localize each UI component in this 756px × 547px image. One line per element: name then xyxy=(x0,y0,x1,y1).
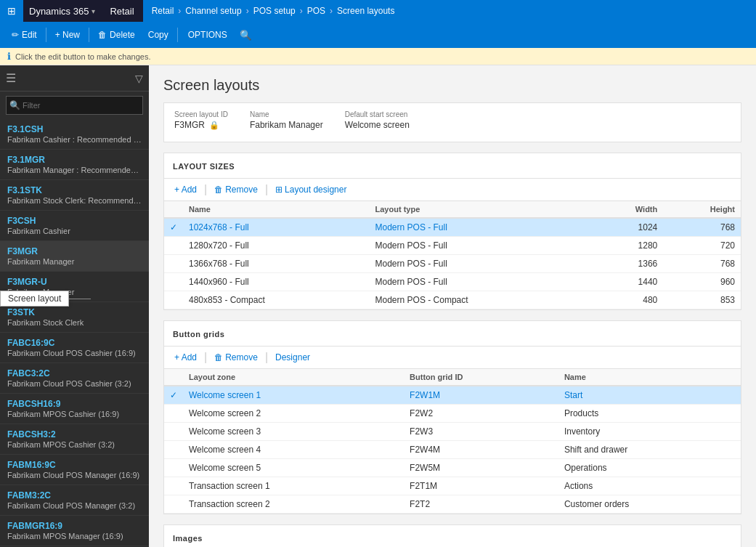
filter-icon[interactable]: ▽ xyxy=(135,73,143,84)
sidebar-item[interactable]: F3.1MGR Fabrikam Manager : Recommended P… xyxy=(0,150,149,180)
table-row[interactable]: Welcome screen 2 F2W2 Products xyxy=(164,405,741,423)
button-grids-section: Button grids + Add | 🗑 Remove | Designer xyxy=(163,320,741,514)
layout-designer-label: Layout designer xyxy=(285,185,346,195)
row-layout-type: Modern POS - Full xyxy=(370,273,592,291)
table-row[interactable]: Transaction screen 2 F2T2 Customer order… xyxy=(164,495,741,514)
sidebar-item[interactable]: FABMGR16:9 Fabrikam MPOS Manager (16:9) xyxy=(0,516,149,546)
divider3 xyxy=(177,28,178,42)
table-row[interactable]: 1280x720 - Full Modern POS - Full 1280 7… xyxy=(164,237,741,255)
options-button[interactable]: OPTIONS xyxy=(181,25,235,45)
sidebar-item[interactable]: FABC3:2C Fabrikam Cloud POS Cashier (3:2… xyxy=(0,363,149,394)
col-name: Name xyxy=(183,201,370,218)
hamburger-icon[interactable]: ☰ xyxy=(6,71,16,85)
main-toolbar: ✏ Edit + New 🗑 Delete Copy OPTIONS 🔍 xyxy=(0,22,756,48)
row-layout-type: Modern POS - Compact xyxy=(370,291,592,309)
record-header: Screen layout ID F3MGR 🔒 Name Fabrikam M… xyxy=(163,102,741,142)
row-layout-type: Modern POS - Full xyxy=(370,237,592,255)
row-name: 1440x960 - Full xyxy=(183,273,370,291)
app-logo[interactable]: ⊞ xyxy=(0,0,23,22)
table-row[interactable]: ✓ 1024x768 - Full Modern POS - Full 1024… xyxy=(164,218,741,237)
row-gridid: F2T2 xyxy=(404,495,558,514)
table-row[interactable]: 1366x768 - Full Modern POS - Full 1366 7… xyxy=(164,255,741,273)
row-gridid: F2W5M xyxy=(404,459,558,477)
bg-col-name: Name xyxy=(558,369,741,386)
row-gridid: F2W3 xyxy=(404,423,558,441)
layout-toolbar-sep2: | xyxy=(265,183,268,196)
copy-button[interactable]: Copy xyxy=(142,25,174,45)
table-row[interactable]: Welcome screen 4 F2W4M Shift and drawer xyxy=(164,441,741,459)
sidebar-item-code: FABM16:9C xyxy=(7,460,142,470)
module-name[interactable]: Retail xyxy=(101,6,142,17)
bg-col-zone: Layout zone xyxy=(183,369,404,386)
sidebar-header: ☰ ▽ xyxy=(0,65,149,92)
sep1: › xyxy=(178,6,181,16)
sidebar-item[interactable]: F3MGR Fabrikam Manager xyxy=(0,241,149,272)
sidebar-item[interactable]: F3.1CSH Fabrikam Cashier : Recommended P… xyxy=(0,119,149,150)
bg-remove-button[interactable]: 🗑 Remove xyxy=(211,351,261,364)
sidebar-item[interactable]: FABCSH3:2 Fabrikam MPOS Cashier (3:2) xyxy=(0,424,149,455)
table-row[interactable]: Transaction screen 1 F2T1M Actions xyxy=(164,477,741,495)
row-name: Products xyxy=(558,405,741,423)
new-button[interactable]: + New xyxy=(49,25,86,45)
sidebar-item-code: F3.1STK xyxy=(7,185,142,195)
row-check xyxy=(164,495,183,514)
sidebar-item-code: F3.1MGR xyxy=(7,155,142,165)
sidebar-item[interactable]: F3CSH Fabrikam Cashier xyxy=(0,211,149,241)
sidebar-item[interactable]: FABCSH16:9 Fabrikam MPOS Cashier (16:9) xyxy=(0,394,149,424)
layout-add-button[interactable]: + Add xyxy=(171,183,200,196)
table-row[interactable]: 1440x960 - Full Modern POS - Full 1440 9… xyxy=(164,273,741,291)
table-row[interactable]: Welcome screen 5 F2W5M Operations xyxy=(164,459,741,477)
page-title: Screen layouts xyxy=(163,77,741,94)
bg-header-row: Layout zone Button grid ID Name xyxy=(164,369,741,386)
sidebar-item[interactable]: F3MGR-U Fabrikam Manager xyxy=(0,272,149,302)
row-check xyxy=(164,459,183,477)
button-grids-toolbar: + Add | 🗑 Remove | Designer xyxy=(164,347,741,369)
sep2: › xyxy=(246,6,249,16)
start-screen-value: Welcome screen xyxy=(345,120,410,130)
sidebar-item-name: Fabrikam Manager xyxy=(7,288,142,296)
sidebar-item-code: F3CSH xyxy=(7,216,142,226)
row-height: 720 xyxy=(663,237,741,255)
app-name-section[interactable]: Dynamics 365 ▾ xyxy=(23,6,101,17)
bg-designer-button[interactable]: Designer xyxy=(272,351,313,364)
sidebar-item[interactable]: FABM16:9C Fabrikam Cloud POS Manager (16… xyxy=(0,455,149,485)
name-label: Name xyxy=(250,110,323,118)
row-name: Actions xyxy=(558,477,741,495)
sidebar-item[interactable]: FABC16:9C Fabrikam Cloud POS Cashier (16… xyxy=(0,333,149,363)
sidebar-item[interactable]: FABM3:2C Fabrikam Cloud POS Manager (3:2… xyxy=(0,485,149,516)
table-row[interactable]: Welcome screen 3 F2W3 Inventory xyxy=(164,423,741,441)
options-label: OPTIONS xyxy=(188,30,227,40)
row-check xyxy=(164,237,183,255)
row-gridid: F2W1M xyxy=(404,386,558,405)
sidebar-item[interactable]: F3STK Fabrikam Stock Clerk xyxy=(0,302,149,333)
col-height: Height xyxy=(663,201,741,218)
table-row[interactable]: 480x853 - Compact Modern POS - Compact 4… xyxy=(164,291,741,309)
sidebar-item-name: Fabrikam Cloud POS Cashier (16:9) xyxy=(7,349,142,357)
table-row[interactable]: ✓ Welcome screen 1 F2W1M Start xyxy=(164,386,741,405)
row-name: 1280x720 - Full xyxy=(183,237,370,255)
layout-sizes-header-row: Name Layout type Width Height xyxy=(164,201,741,218)
bg-add-button[interactable]: + Add xyxy=(171,351,200,364)
row-zone: Transaction screen 2 xyxy=(183,495,404,514)
sidebar-filter-input[interactable] xyxy=(6,96,143,115)
edit-label: Edit xyxy=(22,30,37,40)
edit-icon: ✏ xyxy=(12,30,19,40)
layout-remove-button[interactable]: 🗑 Remove xyxy=(211,183,261,196)
layout-remove-label: Remove xyxy=(225,185,258,195)
sidebar-item-code: FABMGR16:9 xyxy=(7,521,142,531)
row-zone: Welcome screen 5 xyxy=(183,459,404,477)
layout-designer-button[interactable]: ⊞ Layout designer xyxy=(272,183,349,196)
sidebar-item[interactable]: F3.1STK Fabrikam Stock Clerk: Recommende… xyxy=(0,180,149,211)
sidebar-item-code: FABC3:2C xyxy=(7,368,142,378)
sidebar-item-code: FABCSH16:9 xyxy=(7,399,142,409)
app-chevron-icon: ▾ xyxy=(92,7,95,15)
sidebar-item-name: Fabrikam Cloud POS Manager (3:2) xyxy=(7,501,142,510)
layout-sizes-toolbar: + Add | 🗑 Remove | ⊞ Layout designer xyxy=(164,179,741,201)
row-check xyxy=(164,477,183,495)
delete-button[interactable]: 🗑 Delete xyxy=(92,25,141,45)
edit-button[interactable]: ✏ Edit xyxy=(6,25,43,45)
row-width: 1440 xyxy=(592,273,664,291)
toolbar-search-button[interactable]: 🔍 xyxy=(236,25,256,45)
layout-toolbar-sep: | xyxy=(204,183,207,196)
row-check xyxy=(164,441,183,459)
